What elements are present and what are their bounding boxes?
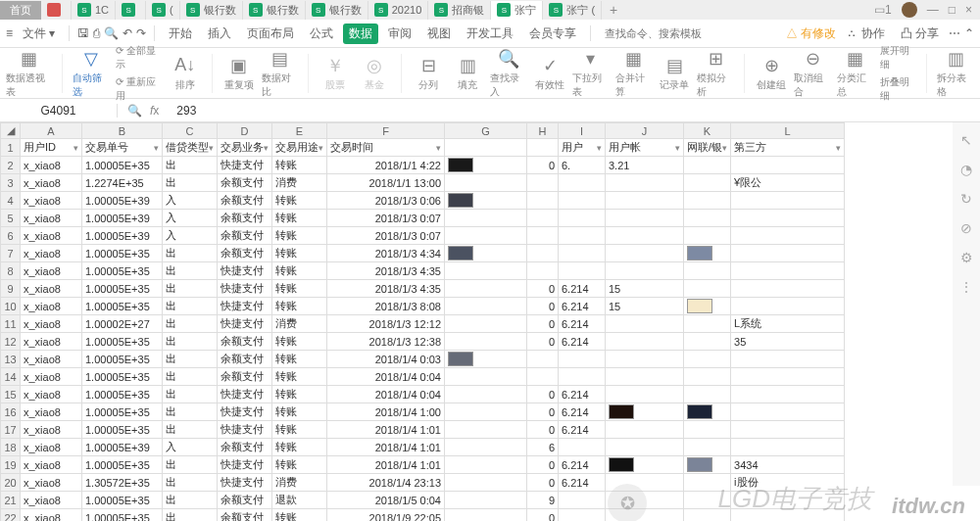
tab-data[interactable]: 数据 <box>343 24 378 44</box>
doc-tab[interactable]: S1C <box>72 1 116 20</box>
cell[interactable] <box>684 280 731 298</box>
group[interactable]: ⊕创建组 <box>755 55 788 92</box>
cell[interactable]: 2018/1/4 0:04 <box>327 368 445 386</box>
cell[interactable]: 0 <box>527 298 559 315</box>
filter-header[interactable] <box>445 139 527 157</box>
cell[interactable]: 快捷支付 <box>218 298 272 315</box>
cell[interactable] <box>559 368 606 386</box>
cell[interactable] <box>559 351 606 368</box>
cell[interactable]: 15 <box>606 298 684 315</box>
cell[interactable]: 出 <box>163 351 218 368</box>
filter-header[interactable]: 交易业务▾ <box>218 139 272 157</box>
cell[interactable]: 出 <box>163 492 218 509</box>
cell[interactable] <box>559 210 606 227</box>
sidebar-backup-icon[interactable]: ↻ <box>960 191 972 207</box>
cell[interactable]: 转账 <box>272 333 327 351</box>
cell[interactable]: x_xiao8 <box>21 227 82 245</box>
row-header[interactable]: 20 <box>1 474 21 492</box>
row-header[interactable]: 5 <box>1 210 21 227</box>
doc-tab[interactable] <box>41 1 72 20</box>
cell[interactable]: 9 <box>527 492 559 509</box>
cell[interactable]: 入 <box>163 439 218 456</box>
formula-value[interactable]: 293 <box>169 104 204 118</box>
cell[interactable] <box>445 262 527 280</box>
cell[interactable]: 出 <box>163 403 218 421</box>
cell[interactable]: 0 <box>527 333 559 351</box>
cell[interactable] <box>445 474 527 492</box>
row-header[interactable]: 15 <box>1 386 21 403</box>
cell[interactable]: 1.00005E+35 <box>82 333 163 351</box>
cell[interactable]: 入 <box>163 227 218 245</box>
cell[interactable] <box>559 439 606 456</box>
tab-dev[interactable]: 开发工具 <box>461 24 519 44</box>
cell[interactable]: 2018/1/3 0:07 <box>327 227 445 245</box>
cell[interactable]: 消费 <box>272 315 327 333</box>
cell[interactable]: x_xiao8 <box>21 174 82 192</box>
cell[interactable]: 余额支付 <box>218 351 272 368</box>
cell[interactable]: 1.00005E+35 <box>82 421 163 439</box>
cell[interactable]: x_xiao8 <box>21 192 82 210</box>
cell[interactable]: 快捷支付 <box>218 280 272 298</box>
cell[interactable]: x_xiao8 <box>21 403 82 421</box>
cell[interactable] <box>445 333 527 351</box>
cell[interactable]: 余额支付 <box>218 492 272 509</box>
cell[interactable]: 6.214 <box>559 456 606 474</box>
cell[interactable]: 快捷支付 <box>218 315 272 333</box>
cell[interactable]: 0 <box>527 421 559 439</box>
cell[interactable]: 6 <box>527 439 559 456</box>
cell[interactable] <box>445 174 527 192</box>
cell[interactable]: 6.214 <box>559 421 606 439</box>
cell[interactable]: 2018/1/3 0:07 <box>327 210 445 227</box>
cell[interactable] <box>731 439 845 456</box>
cell[interactable] <box>731 280 845 298</box>
cell[interactable]: 2018/1/1 4:22 <box>327 157 445 174</box>
cell[interactable] <box>606 351 684 368</box>
pivot-table[interactable]: ▦数据透视表 <box>6 48 52 99</box>
cell[interactable] <box>731 509 845 522</box>
cell[interactable]: 2018/1/1 13:00 <box>327 174 445 192</box>
fx-search-icon[interactable]: 🔍 <box>127 104 142 118</box>
cell[interactable] <box>445 192 527 210</box>
save-icon[interactable]: 🖫 <box>77 26 89 40</box>
subtotal[interactable]: ▦分类汇总 <box>837 48 874 99</box>
cell[interactable] <box>684 439 731 456</box>
row-header[interactable]: 12 <box>1 333 21 351</box>
redo-icon[interactable]: ↷ <box>136 26 146 40</box>
cell[interactable]: 0 <box>527 456 559 474</box>
cell[interactable]: 6.214 <box>559 386 606 403</box>
cell[interactable]: x_xiao8 <box>21 474 82 492</box>
file-menu[interactable]: 文件 ▾ <box>17 24 61 44</box>
reapply[interactable]: ⟳ 重新应用 <box>116 75 163 103</box>
filter-header[interactable]: 用户帐▾ <box>606 139 684 157</box>
cell[interactable]: 出 <box>163 456 218 474</box>
record-list[interactable]: ▤记录单 <box>658 55 691 92</box>
cell[interactable]: 余额支付 <box>218 439 272 456</box>
tab-counter-icon[interactable]: ▭1 <box>874 3 892 17</box>
cell[interactable] <box>684 174 731 192</box>
row-header[interactable]: 9 <box>1 280 21 298</box>
tab-review[interactable]: 审阅 <box>382 24 417 44</box>
cell[interactable] <box>684 333 731 351</box>
cell[interactable]: 转账 <box>272 386 327 403</box>
cell[interactable]: 1.00005E+35 <box>82 298 163 315</box>
cell[interactable] <box>527 210 559 227</box>
cell[interactable]: 1.00005E+39 <box>82 210 163 227</box>
auto-filter[interactable]: ▽自动筛选 <box>73 48 110 99</box>
validity[interactable]: ✓有效性 <box>533 55 566 92</box>
cell[interactable]: 2018/1/4 0:03 <box>327 351 445 368</box>
doc-tab[interactable]: S( <box>146 1 180 20</box>
cell[interactable]: ¥限公 <box>731 174 845 192</box>
unsaved-changes[interactable]: △ 有修改 <box>786 25 836 42</box>
cell[interactable]: 2018/1/3 4:34 <box>327 245 445 262</box>
cell[interactable]: 2018/1/4 1:01 <box>327 456 445 474</box>
cell[interactable]: i股份 <box>731 474 845 492</box>
cell[interactable]: 6.214 <box>559 315 606 333</box>
cell[interactable]: 6.214 <box>559 474 606 492</box>
cell[interactable]: x_xiao8 <box>21 368 82 386</box>
window-close[interactable]: × <box>965 3 972 17</box>
stock[interactable]: ￥股票 <box>318 55 352 92</box>
cell[interactable]: 1.00005E+35 <box>82 456 163 474</box>
collapse-detail[interactable]: 折叠明细 <box>880 75 917 103</box>
cell[interactable]: 1.00005E+35 <box>82 492 163 509</box>
cell[interactable] <box>445 386 527 403</box>
